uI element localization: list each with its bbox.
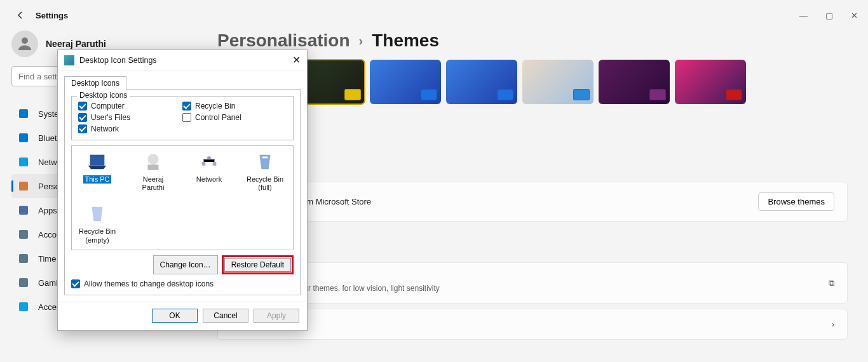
icon-label: Recycle Bin (empty) (79, 227, 116, 243)
desktop-icon (86, 151, 108, 173)
browse-themes-row: Get more themes from Microsoft Store Bro… (217, 182, 848, 222)
icon-item[interactable]: Neeraj Paruthi (133, 151, 173, 192)
checkbox-label: Computer (91, 102, 125, 111)
external-link-icon: ⧉ (829, 278, 834, 288)
nav-icon (18, 277, 29, 288)
close-button[interactable]: ✕ (851, 11, 858, 20)
icon-label: Recycle Bin (full) (247, 175, 283, 191)
nav-icon (18, 132, 29, 144)
desktop-icon (86, 203, 108, 225)
checkbox-icon (182, 102, 191, 111)
checkbox-label: Recycle Bin (195, 102, 235, 111)
svg-point-1 (148, 154, 159, 164)
icon-item[interactable]: Recycle Bin (empty) (77, 203, 118, 244)
app-title: Settings (36, 11, 68, 20)
icon-label: Network (196, 175, 222, 183)
nav-icon (18, 253, 29, 264)
allow-themes-checkbox[interactable]: Allow themes to change desktop icons (71, 279, 294, 288)
related-settings-row[interactable]: Related settings For high contrast colou… (217, 262, 848, 304)
nav-icon (18, 108, 29, 119)
back-button[interactable] (10, 5, 31, 25)
more-settings-row[interactable]: › (217, 309, 848, 340)
user-avatar[interactable] (11, 30, 38, 57)
cancel-button[interactable]: Cancel (203, 309, 248, 323)
chevron-right-icon: › (832, 319, 834, 329)
checkbox-label: Control Panel (195, 113, 241, 122)
theme-tile[interactable] (446, 60, 517, 104)
nav-icon (18, 229, 29, 240)
minimize-button[interactable]: — (799, 11, 808, 20)
nav-icon (18, 156, 29, 168)
icon-item[interactable]: Recycle Bin (full) (245, 151, 285, 192)
related-sub: For high contrast colour themes, for low… (231, 284, 829, 293)
checkbox-computer[interactable]: Computer (78, 102, 182, 111)
related-heading: Related settings (231, 273, 829, 283)
checkbox-label: Network (91, 124, 119, 133)
allow-themes-label: Allow themes to change desktop icons (84, 279, 214, 288)
apply-button[interactable]: Apply (254, 309, 299, 323)
icon-label: This PC (83, 175, 111, 184)
dialog-close-button[interactable]: ✕ (292, 54, 301, 66)
breadcrumb-parent[interactable]: Personalisation (217, 30, 350, 51)
ok-button[interactable]: OK (152, 309, 198, 323)
theme-tile[interactable] (675, 60, 746, 104)
checkbox-recycle[interactable]: Recycle Bin (182, 102, 287, 111)
checkbox-icon (78, 113, 87, 122)
change-icon-button[interactable]: Change Icon… (153, 255, 218, 274)
svg-point-0 (22, 37, 28, 44)
icon-label: Neeraj Paruthi (142, 175, 165, 191)
nav-icon (18, 180, 29, 192)
svg-rect-2 (148, 164, 159, 170)
icon-item[interactable]: This PC (77, 151, 118, 192)
tab-desktop-icons[interactable]: Desktop Icons (64, 76, 126, 90)
breadcrumb: Personalisation › Themes (217, 30, 848, 51)
checkbox-control[interactable]: Control Panel (182, 113, 287, 122)
maximize-button[interactable]: ▢ (825, 11, 833, 20)
checkbox-icon (71, 279, 80, 288)
checkbox-icon (182, 113, 191, 122)
checkbox-label: User's Files (91, 113, 130, 122)
desktop-icon (254, 151, 276, 173)
icon-item[interactable]: Network (189, 151, 229, 192)
checkbox-icon (78, 124, 87, 133)
nav-label: Apps (38, 206, 57, 215)
breadcrumb-current: Themes (372, 30, 439, 51)
desktop-icon (142, 151, 164, 173)
icon-preview-list[interactable]: This PCNeeraj ParuthiNetworkRecycle Bin … (71, 145, 294, 250)
nav-icon (18, 204, 29, 216)
checkbox-icon (78, 102, 87, 111)
store-row-text: Get more themes from Microsoft Store (231, 197, 758, 206)
group-legend: Desktop icons (77, 91, 130, 100)
chevron-right-icon: › (359, 34, 363, 48)
theme-tile[interactable] (599, 60, 670, 104)
theme-tile[interactable] (522, 60, 593, 104)
desktop-icon-settings-dialog: Desktop Icon Settings ✕ Desktop Icons De… (57, 50, 308, 331)
checkbox-network[interactable]: Network (78, 124, 182, 133)
restore-default-button[interactable]: Restore Default (224, 258, 291, 272)
desktop-icon (198, 151, 220, 173)
browse-themes-button[interactable]: Browse themes (758, 192, 834, 211)
dialog-icon (64, 55, 74, 65)
dialog-title: Desktop Icon Settings (79, 56, 157, 65)
checkbox-userfiles[interactable]: User's Files (78, 113, 182, 122)
theme-tile[interactable] (370, 60, 441, 104)
user-name: Neeraj Paruthi (46, 39, 106, 49)
nav-icon (18, 301, 29, 312)
